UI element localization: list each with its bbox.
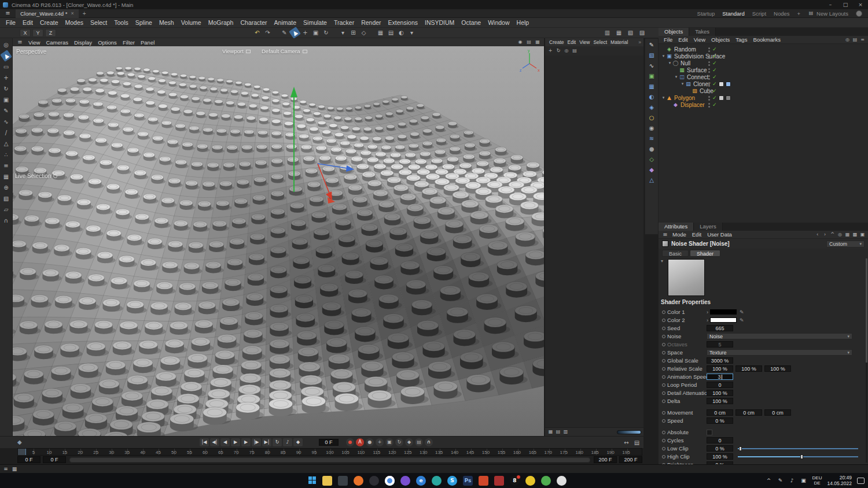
animation-dot[interactable] <box>662 455 667 459</box>
menu-character[interactable]: Character <box>237 19 270 26</box>
render-settings-icon[interactable]: ◐ <box>397 28 406 37</box>
animation-dot[interactable] <box>662 375 667 379</box>
expand-icon[interactable]: ▾ <box>674 75 679 79</box>
value-field[interactable]: 100 % <box>764 365 791 372</box>
tree-row[interactable]: ▾▲Polygon✓ <box>659 94 868 101</box>
prev-key-button[interactable]: ◀| <box>210 438 219 446</box>
material-menu-material[interactable]: Material <box>609 39 630 45</box>
snap-mode-icon[interactable]: ∩ <box>2 216 10 225</box>
window-list-icon[interactable]: ≡ <box>3 9 12 18</box>
preview-end-field[interactable]: 200 F <box>594 456 617 463</box>
last-tool-icon[interactable]: ▾ <box>339 28 347 37</box>
eyedropper-icon[interactable]: ✎ <box>740 309 744 315</box>
viewport-canvas[interactable] <box>13 46 544 436</box>
add-sky-icon[interactable]: ≋ <box>648 134 656 143</box>
scale-icon[interactable]: ▣ <box>2 95 10 104</box>
visibility-check-icon[interactable]: ✓ <box>712 46 717 52</box>
tree-row[interactable]: ◈Random✓ <box>659 46 868 53</box>
taskbar-app-icon-4[interactable] <box>432 476 442 486</box>
viewport-menu-view[interactable]: View <box>25 39 43 46</box>
slider-handle[interactable] <box>739 446 742 451</box>
taskbar-edge-icon[interactable]: e <box>416 476 426 486</box>
viewport-menu-options[interactable]: Options <box>95 39 120 46</box>
add-subdivision-icon[interactable]: ▣ <box>648 72 656 80</box>
add-layout-button[interactable]: + <box>797 10 801 17</box>
objects-tab-objects[interactable]: Objects <box>659 28 689 36</box>
timeline-fit-icon[interactable]: ▤ <box>632 438 641 447</box>
visibility-check-icon[interactable]: ✓ <box>712 102 717 108</box>
dropdown[interactable]: Texture▾ <box>707 349 852 356</box>
viewport-hud-menu[interactable]: Viewport <box>222 48 251 54</box>
material-maximize-icon[interactable]: ▤ <box>571 47 578 54</box>
enable-dots[interactable] <box>708 82 711 87</box>
add-spline-icon[interactable]: ∿ <box>648 61 656 70</box>
objects-menu-file[interactable]: File <box>661 36 675 43</box>
tree-row[interactable]: ▾▣Subdivision Surface✓ <box>659 53 868 60</box>
record-objects-button[interactable]: ● <box>346 438 354 446</box>
render-menu-arrow-icon[interactable]: ▾ <box>407 28 416 37</box>
objects-filter-icon[interactable]: ▤ <box>852 36 858 43</box>
record-pla-button[interactable]: ▤ <box>415 438 423 446</box>
slider-handle[interactable] <box>800 454 803 459</box>
scale-tool-icon[interactable]: ▣ <box>311 28 320 37</box>
menu-extensions[interactable]: Extensions <box>385 19 421 26</box>
notification-center-icon[interactable] <box>857 478 865 484</box>
polygons-mode-icon[interactable]: ▦ <box>2 172 10 181</box>
value-field[interactable]: 100 % <box>735 365 762 372</box>
attributes-scrollbar[interactable] <box>866 258 867 463</box>
viewport-projection-label[interactable]: Perspective <box>16 49 46 55</box>
attributes-tab-layers[interactable]: Layers <box>694 223 723 231</box>
add-field-icon[interactable]: ◇ <box>648 155 656 164</box>
preset-dropdown[interactable]: Custom ▾ <box>826 241 865 247</box>
taskbar-app-icon-6[interactable] <box>494 476 504 486</box>
pen-icon[interactable]: ✎ <box>2 106 10 115</box>
color-swatch[interactable] <box>710 309 737 315</box>
workplane-icon[interactable]: ◇ <box>359 28 368 37</box>
material-menu-overflow-icon[interactable]: » <box>638 39 641 45</box>
menu-tracker[interactable]: Tracker <box>330 19 358 26</box>
record-rotation-button[interactable]: ↻ <box>395 438 403 446</box>
enable-dots[interactable] <box>708 54 711 59</box>
close-tab-icon[interactable]: × <box>71 10 74 16</box>
add-camera-icon[interactable]: ◉ <box>648 124 656 132</box>
slider-track[interactable] <box>738 456 858 457</box>
viewport-menu-cameras[interactable]: Cameras <box>43 39 71 46</box>
spline-icon[interactable]: ∿ <box>2 117 10 126</box>
animation-dot[interactable] <box>662 335 667 338</box>
undo-icon[interactable]: ↶ <box>253 28 262 37</box>
menu-help[interactable]: Help <box>513 19 533 26</box>
objects-settings-icon[interactable]: ≡ <box>859 36 866 43</box>
add-light-icon[interactable]: ○ <box>648 113 656 122</box>
attributes-menu-edit[interactable]: Edit <box>689 231 704 238</box>
taskbar-app-icon-8[interactable] <box>541 476 551 486</box>
expand-icon[interactable]: ▾ <box>667 61 672 65</box>
attr-search-icon[interactable]: ◎ <box>837 231 843 238</box>
menu-window[interactable]: Window <box>484 19 513 26</box>
polygon-tool-icon[interactable]: △ <box>2 139 10 148</box>
menu-spline[interactable]: Spline <box>132 19 156 26</box>
animation-dot[interactable] <box>662 419 667 423</box>
panel-layout-icon-4[interactable]: ▨ <box>638 28 646 37</box>
tray-network-icon[interactable]: ▣ <box>800 477 807 484</box>
record-parameter-button[interactable]: ◆ <box>405 438 413 446</box>
taskbar-app-icon-9[interactable] <box>557 476 567 486</box>
enable-dots[interactable] <box>708 102 711 108</box>
value-field[interactable]: 0 % <box>707 445 733 452</box>
redo-icon[interactable]: ↷ <box>263 28 272 37</box>
tree-row[interactable]: ▾▤Cloner✓ <box>659 80 868 87</box>
material-preview-size-slider[interactable] <box>617 430 641 434</box>
dropdown[interactable]: Noise▾ <box>707 333 852 339</box>
value-field[interactable]: 0 cm <box>735 409 762 416</box>
rotate-tool-icon[interactable]: ↻ <box>322 28 330 37</box>
animation-dot[interactable] <box>662 400 667 403</box>
taskbar-app-icon-3[interactable] <box>400 476 410 486</box>
objects-tab-takes[interactable]: Takes <box>689 28 716 36</box>
checkbox[interactable] <box>707 430 712 435</box>
snap-toggle-button[interactable]: ∩ <box>425 438 433 446</box>
layout-standard[interactable]: Standard <box>722 10 745 17</box>
animation-dot[interactable] <box>662 351 667 354</box>
taskbar-app-icon-1[interactable] <box>338 476 348 486</box>
menu-animate[interactable]: Animate <box>271 19 300 26</box>
tray-pen-icon[interactable]: ✎ <box>777 477 784 484</box>
keyframe-selection-button[interactable]: ● <box>366 438 374 446</box>
